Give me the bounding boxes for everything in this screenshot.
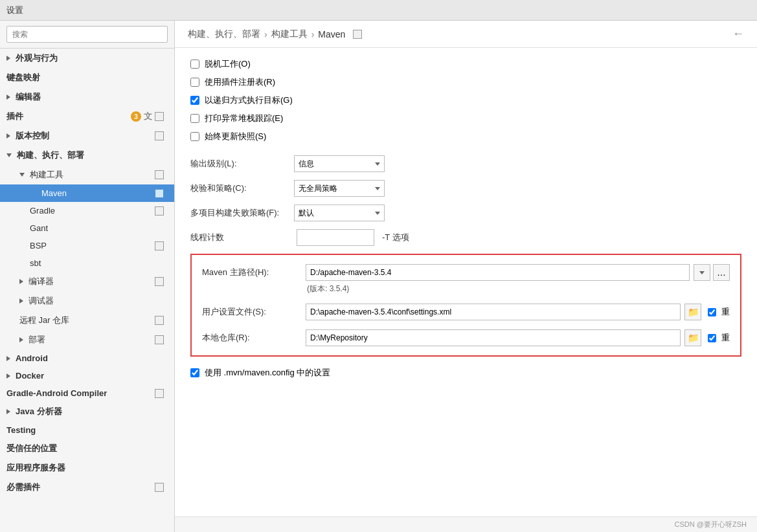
update-snapshots-checkbox[interactable] <box>190 132 199 141</box>
offline-label: 脱机工作(O) <box>205 58 251 70</box>
sidebar-item-debugger[interactable]: 调试器 <box>0 291 174 311</box>
thread-count-input[interactable] <box>297 229 374 246</box>
reindex1-label: 重 <box>721 306 730 318</box>
edit-icon[interactable] <box>353 30 362 39</box>
search-input[interactable] <box>6 26 168 43</box>
maven-home-label: Maven 主路径(H): <box>202 264 306 278</box>
sidebar-item-app-server[interactable]: 应用程序服务器 <box>0 458 174 478</box>
maven-home-dropdown-btn[interactable] <box>694 264 710 281</box>
output-level-select[interactable]: 信息 <box>294 155 385 172</box>
content-body: 脱机工作(O) 使用插件注册表(R) 以递归方式执行目标(G) 打印异常堆栈跟踪… <box>175 48 757 516</box>
checkbox-print-stack: 打印异常堆栈跟踪(E) <box>190 113 741 124</box>
vcs-icon <box>155 131 164 140</box>
user-settings-row: 用户设置文件(S): 📁 重 <box>202 304 730 320</box>
sidebar-item-bsp[interactable]: BSP <box>0 237 174 254</box>
user-settings-input-wrapper <box>306 304 681 320</box>
user-settings-input[interactable] <box>306 304 681 320</box>
thread-count-row: 线程计数 -T 选项 <box>190 229 741 246</box>
footer-watermark: CSDN @要开心呀ZSH <box>175 516 757 532</box>
main-container: 外观与行为 键盘映射 编辑器 插件 3 文 <box>0 21 757 532</box>
sidebar-item-java-profiler[interactable]: Java 分析器 <box>0 402 174 421</box>
check-policy-select[interactable]: 无全局策略 <box>294 180 385 197</box>
sidebar-item-gradle-android[interactable]: Gradle-Android Compiler <box>0 384 174 402</box>
required-plugins-icon <box>155 483 164 492</box>
print-stack-checkbox[interactable] <box>190 114 199 123</box>
sidebar-item-plugins[interactable]: 插件 3 文 <box>0 107 174 126</box>
sidebar-item-appearance[interactable]: 外观与行为 <box>0 49 174 68</box>
reindex2-checkbox[interactable] <box>708 334 716 342</box>
offline-checkbox[interactable] <box>190 60 199 69</box>
build-tools-icon <box>155 170 164 179</box>
sidebar-item-gradle[interactable]: Gradle <box>0 202 174 219</box>
mvn-config-checkbox[interactable] <box>190 368 199 377</box>
sidebar-item-keymap[interactable]: 键盘映射 <box>0 68 174 87</box>
sidebar-item-trusted[interactable]: 受信任的位置 <box>0 439 174 458</box>
sidebar-item-sbt[interactable]: sbt <box>0 254 174 272</box>
checkbox-recursive: 以递归方式执行目标(G) <box>190 94 741 106</box>
local-repo-row: 本地仓库(R): 📁 重 <box>202 329 730 346</box>
search-box <box>0 21 174 49</box>
checkbox-offline: 脱机工作(O) <box>190 58 741 70</box>
user-settings-controls: 📁 重 <box>684 304 730 320</box>
sidebar-item-editor[interactable]: 编辑器 <box>0 87 174 107</box>
maven-icon <box>155 189 164 198</box>
bsp-icon <box>155 241 164 250</box>
fail-policy-label: 多项目构建失败策略(F): <box>190 207 294 219</box>
sidebar-item-maven[interactable]: Maven <box>0 184 174 202</box>
breadcrumb-part1: 构建、执行、部署 <box>188 28 260 40</box>
chevron-right-icon <box>6 373 10 379</box>
sidebar-item-testing[interactable]: Testing <box>0 421 174 439</box>
back-button[interactable]: ← <box>732 27 744 41</box>
print-stack-label: 打印异常堆栈跟踪(E) <box>205 113 283 124</box>
sidebar: 外观与行为 键盘映射 编辑器 插件 3 文 <box>0 21 175 532</box>
output-level-row: 输出级别(L): 信息 <box>190 155 741 172</box>
window-title: 设置 <box>6 5 23 16</box>
sidebar-item-docker[interactable]: Docker <box>0 367 174 384</box>
mvn-config-label: 使用 .mvn/maven.config 中的设置 <box>205 367 330 379</box>
maven-home-input-wrapper: (版本: 3.5.4) <box>306 264 690 294</box>
check-policy-row: 校验和策略(C): 无全局策略 <box>190 180 741 197</box>
gradle-android-icon <box>155 389 164 398</box>
local-repo-input[interactable] <box>306 329 681 346</box>
reindex1-checkbox[interactable] <box>708 308 716 316</box>
fail-policy-select[interactable]: 默认 <box>294 205 385 221</box>
reindex1-wrapper: 重 <box>708 306 730 318</box>
local-repo-dots-btn[interactable]: 📁 <box>684 329 701 346</box>
user-settings-dots-btn[interactable]: 📁 <box>684 304 701 320</box>
sidebar-item-remote-jar[interactable]: 远程 Jar 仓库 <box>0 311 174 330</box>
title-bar: 设置 <box>0 0 757 21</box>
breadcrumb: 构建、执行、部署 › 构建工具 › Maven <box>188 28 362 40</box>
chevron-right-icon <box>19 298 23 304</box>
dots-icon: … <box>717 267 726 278</box>
compiler-icon <box>155 277 164 286</box>
fail-policy-row: 多项目构建失败策略(F): 默认 <box>190 205 741 221</box>
sidebar-item-android[interactable]: Android <box>0 349 174 367</box>
maven-config-box: Maven 主路径(H): (版本: 3.5.4) … <box>190 254 741 357</box>
local-repo-controls: 📁 重 <box>684 329 730 346</box>
sidebar-item-vcs[interactable]: 版本控制 <box>0 126 174 146</box>
maven-version: (版本: 3.5.4) <box>306 283 690 294</box>
remote-jar-icon <box>155 316 164 325</box>
maven-home-dots-btn[interactable]: … <box>713 264 730 281</box>
sidebar-item-build[interactable]: 构建、执行、部署 <box>0 146 174 165</box>
content-area: 构建、执行、部署 › 构建工具 › Maven ← 脱机工作(O) 使用插件注册… <box>175 21 757 532</box>
output-level-value: 信息 <box>299 159 314 170</box>
sidebar-item-compiler[interactable]: 编译器 <box>0 272 174 291</box>
plugin-registry-checkbox[interactable] <box>190 78 199 87</box>
reindex2-label: 重 <box>721 332 730 344</box>
mvn-config-checkbox-row: 使用 .mvn/maven.config 中的设置 <box>190 367 741 379</box>
folder-icon: 📁 <box>688 307 699 317</box>
sidebar-item-build-tools[interactable]: 构建工具 <box>0 165 174 184</box>
breadcrumb-current: Maven <box>318 29 345 39</box>
fail-policy-value: 默认 <box>299 208 314 219</box>
check-policy-value: 无全局策略 <box>299 183 337 194</box>
sidebar-item-required-plugins[interactable]: 必需插件 <box>0 478 174 497</box>
chevron-right-icon <box>19 279 23 284</box>
chevron-right-icon <box>6 56 10 61</box>
thread-count-label: 线程计数 <box>190 232 294 243</box>
recursive-checkbox[interactable] <box>190 96 199 105</box>
maven-home-input[interactable] <box>306 264 690 281</box>
recursive-label: 以递归方式执行目标(G) <box>205 94 293 106</box>
sidebar-item-deploy[interactable]: 部署 <box>0 330 174 349</box>
sidebar-item-gant[interactable]: Gant <box>0 219 174 237</box>
